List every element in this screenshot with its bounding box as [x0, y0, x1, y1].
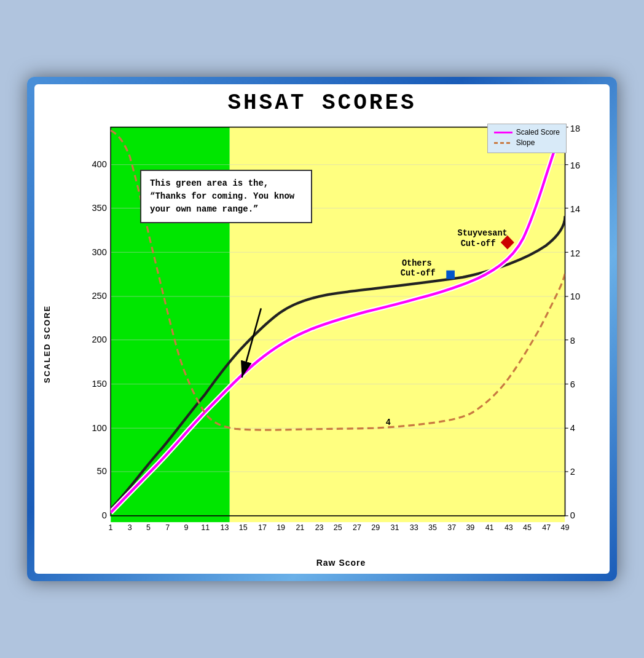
svg-text:4: 4 — [570, 422, 575, 432]
svg-text:45: 45 — [523, 523, 532, 532]
callout-box: This green area is the, “Thanks for comi… — [140, 170, 312, 223]
inner-frame: SHSAT SCORES Scaled Score Scaled Score — [34, 84, 610, 574]
svg-text:0: 0 — [570, 510, 575, 520]
svg-text:1: 1 — [109, 523, 113, 532]
svg-text:23: 23 — [315, 523, 324, 532]
svg-text:6: 6 — [570, 379, 575, 389]
svg-text:2: 2 — [570, 467, 575, 477]
svg-text:35: 35 — [428, 523, 437, 532]
svg-text:13: 13 — [221, 523, 229, 532]
svg-text:18: 18 — [570, 124, 580, 133]
chart-main: Scaled Score Slope This green area is th… — [79, 121, 603, 568]
svg-text:17: 17 — [258, 523, 267, 532]
y-right-labels: 0 2 4 6 8 10 12 14 16 18 — [570, 124, 580, 520]
legend-box: Scaled Score Slope — [487, 124, 567, 153]
svg-text:3: 3 — [128, 523, 132, 532]
svg-text:5: 5 — [146, 523, 151, 532]
chart-title: SHSAT SCORES — [41, 90, 603, 116]
svg-text:47: 47 — [542, 523, 551, 532]
svg-text:100: 100 — [92, 422, 107, 432]
x-axis-label: Raw Score — [79, 558, 603, 568]
svg-text:11: 11 — [201, 523, 210, 532]
svg-text:43: 43 — [505, 523, 513, 532]
svg-text:25: 25 — [334, 523, 342, 532]
others-cutoff-label: Cut-off — [401, 269, 436, 278]
others-label: Others — [402, 259, 432, 268]
svg-text:10: 10 — [570, 291, 580, 301]
svg-text:300: 300 — [92, 247, 107, 256]
svg-text:29: 29 — [371, 523, 380, 532]
x-axis-labels: 1 3 5 7 9 11 13 15 17 19 21 23 2 — [109, 523, 570, 532]
svg-text:27: 27 — [353, 523, 361, 532]
outer-frame: SHSAT SCORES Scaled Score Scaled Score — [27, 77, 617, 581]
legend-item-slope: Slope — [494, 138, 560, 147]
svg-text:19: 19 — [277, 523, 285, 532]
chart-inner: Scaled Score Slope This green area is th… — [79, 121, 603, 555]
legend-dashed-line — [494, 142, 512, 144]
svg-text:41: 41 — [485, 523, 494, 532]
y-left-labels: 0 50 100 150 200 250 300 350 400 — [92, 159, 107, 520]
svg-text:50: 50 — [97, 466, 107, 476]
svg-text:16: 16 — [570, 161, 580, 170]
svg-text:37: 37 — [447, 523, 456, 532]
chart-area: Scaled Score Scaled Score Slope — [41, 121, 603, 568]
svg-text:150: 150 — [92, 379, 107, 389]
y-axis-label: Scaled Score — [41, 121, 53, 568]
stuyvesant-cutoff-label: Cut-off — [461, 239, 496, 248]
slope-4-label: 4 — [386, 418, 391, 427]
svg-text:8: 8 — [570, 336, 575, 346]
legend-item-scaled: Scaled Score — [494, 128, 560, 137]
svg-text:12: 12 — [570, 248, 580, 258]
svg-text:0: 0 — [102, 510, 107, 520]
others-marker — [447, 271, 454, 279]
svg-text:250: 250 — [92, 291, 107, 301]
svg-text:49: 49 — [561, 523, 570, 532]
stuyvesant-label: Stuyvesant — [458, 229, 508, 238]
svg-text:7: 7 — [165, 523, 170, 532]
svg-text:400: 400 — [92, 159, 107, 169]
svg-text:14: 14 — [570, 204, 580, 214]
svg-text:9: 9 — [184, 523, 188, 532]
callout-text: This green area is the, “Thanks for comi… — [150, 178, 294, 214]
svg-text:350: 350 — [92, 203, 107, 213]
y-axis-ticks — [55, 121, 79, 568]
svg-text:200: 200 — [92, 335, 107, 344]
legend-slope-label: Slope — [516, 138, 535, 147]
legend-magenta-line — [494, 132, 512, 133]
svg-text:39: 39 — [466, 523, 474, 532]
legend-scaled-label: Scaled Score — [516, 128, 560, 137]
svg-text:21: 21 — [296, 523, 304, 532]
svg-text:33: 33 — [410, 523, 418, 532]
svg-text:15: 15 — [239, 523, 248, 532]
svg-text:31: 31 — [391, 523, 399, 532]
